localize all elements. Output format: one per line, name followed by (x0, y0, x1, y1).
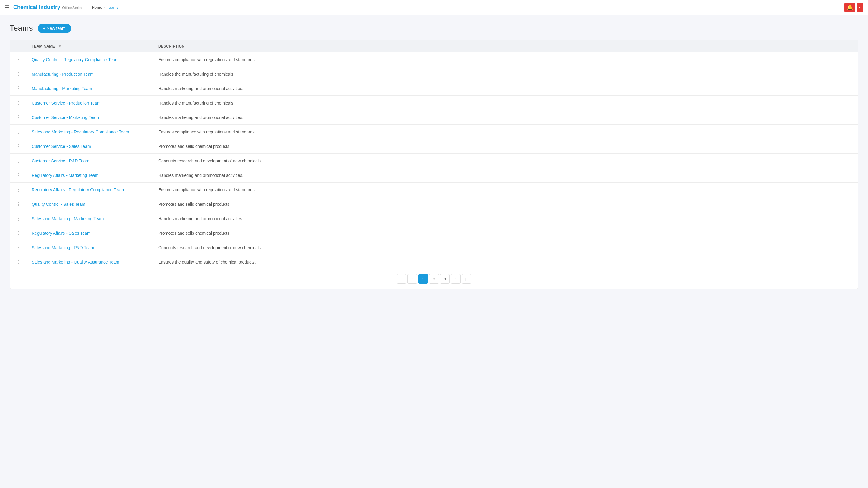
row-menu-dots[interactable]: ⋮ (16, 129, 21, 134)
breadcrumb-home[interactable]: Home (92, 5, 102, 10)
table-row: ⋮Regulatory Affairs - Sales TeamPromotes… (10, 226, 858, 240)
row-desc-cell: Conducts research and development of new… (153, 154, 858, 168)
row-name-cell: Customer Service - Sales Team (27, 139, 153, 154)
row-menu-dots[interactable]: ⋮ (16, 201, 21, 207)
team-name-link[interactable]: Sales and Marketing - Quality Assurance … (32, 260, 119, 264)
table-row: ⋮Customer Service - Marketing TeamHandle… (10, 110, 858, 125)
row-menu-cell: ⋮ (10, 139, 27, 154)
row-menu-dots[interactable]: ⋮ (16, 71, 21, 76)
pagination-page-3-button[interactable]: 3 (440, 274, 450, 284)
row-menu-dots[interactable]: ⋮ (16, 187, 21, 192)
table-row: ⋮Customer Service - Production TeamHandl… (10, 96, 858, 110)
team-name-link[interactable]: Customer Service - Marketing Team (32, 115, 99, 120)
row-menu-dots[interactable]: ⋮ (16, 100, 21, 105)
navbar: ☰ Chemical Industry OfficeSeries Home » … (0, 0, 868, 15)
row-menu-dots[interactable]: ⋮ (16, 230, 21, 235)
team-name-link[interactable]: Regulatory Affairs - Marketing Team (32, 173, 98, 178)
row-name-cell: Customer Service - Production Team (27, 96, 153, 110)
row-name-cell: Regulatory Affairs - Marketing Team (27, 168, 153, 183)
row-menu-dots[interactable]: ⋮ (16, 216, 21, 221)
team-description: Conducts research and development of new… (158, 158, 262, 163)
new-team-button[interactable]: + New team (38, 24, 71, 33)
row-name-cell: Sales and Marketing - Marketing Team (27, 212, 153, 226)
navbar-dropdown-button[interactable]: ▾ (857, 3, 863, 12)
row-menu-dots[interactable]: ⋮ (16, 158, 21, 163)
row-name-cell: Sales and Marketing - Quality Assurance … (27, 255, 153, 269)
filter-icon[interactable]: ▼ (58, 44, 62, 48)
team-name-link[interactable]: Customer Service - Sales Team (32, 144, 91, 149)
row-menu-dots[interactable]: ⋮ (16, 259, 21, 264)
row-desc-cell: Ensures compliance with regulations and … (153, 183, 858, 197)
pagination-prev-button[interactable]: ‹ (407, 274, 417, 284)
row-desc-cell: Handles marketing and promotional activi… (153, 82, 858, 96)
team-description: Handles marketing and promotional activi… (158, 173, 243, 178)
team-name-link[interactable]: Customer Service - R&D Team (32, 158, 89, 163)
hamburger-icon[interactable]: ☰ (5, 4, 10, 11)
pagination-last-button[interactable]: |⟩ (462, 274, 471, 284)
table-row: ⋮Sales and Marketing - Regulatory Compli… (10, 125, 858, 139)
row-name-cell: Customer Service - R&D Team (27, 154, 153, 168)
row-menu-cell: ⋮ (10, 168, 27, 183)
row-menu-cell: ⋮ (10, 96, 27, 110)
page-content: Teams + New team TEAM NAME ▼ DESCRIPTION… (0, 15, 868, 297)
row-menu-dots[interactable]: ⋮ (16, 86, 21, 91)
pagination-page-1-button[interactable]: 1 (418, 274, 428, 284)
team-description: Handles the manufacturing of chemicals. (158, 101, 235, 105)
table-row: ⋮Sales and Marketing - Marketing TeamHan… (10, 212, 858, 226)
pagination-page-2-button[interactable]: 2 (429, 274, 439, 284)
row-desc-cell: Ensures compliance with regulations and … (153, 53, 858, 67)
breadcrumb-current: Teams (107, 5, 119, 10)
row-desc-cell: Conducts research and development of new… (153, 240, 858, 255)
row-name-cell: Customer Service - Marketing Team (27, 110, 153, 125)
row-menu-cell: ⋮ (10, 154, 27, 168)
bell-icon: 🔔 (847, 4, 853, 10)
team-name-link[interactable]: Manufacturing - Marketing Team (32, 86, 92, 91)
table-header-row: TEAM NAME ▼ DESCRIPTION (10, 40, 858, 53)
brand-name: Chemical Industry (13, 4, 60, 10)
pagination: ⟨| ‹ 1 2 3 › |⟩ (10, 269, 858, 289)
table-row: ⋮Quality Control - Sales TeamPromotes an… (10, 197, 858, 212)
col-menu-header (10, 40, 27, 53)
row-menu-cell: ⋮ (10, 226, 27, 240)
team-name-link[interactable]: Sales and Marketing - Marketing Team (32, 216, 104, 221)
team-name-link[interactable]: Manufacturing - Production Team (32, 72, 94, 76)
table-row: ⋮Quality Control - Regulatory Compliance… (10, 53, 858, 67)
row-menu-cell: ⋮ (10, 240, 27, 255)
team-name-link[interactable]: Quality Control - Regulatory Compliance … (32, 57, 119, 62)
row-menu-dots[interactable]: ⋮ (16, 245, 21, 250)
team-description: Ensures compliance with regulations and … (158, 130, 256, 134)
row-desc-cell: Handles the manufacturing of chemicals. (153, 96, 858, 110)
team-name-link[interactable]: Quality Control - Sales Team (32, 202, 85, 207)
row-name-cell: Quality Control - Sales Team (27, 197, 153, 212)
team-name-link[interactable]: Sales and Marketing - Regulatory Complia… (32, 130, 129, 134)
row-menu-dots[interactable]: ⋮ (16, 173, 21, 178)
team-description: Handles marketing and promotional activi… (158, 115, 243, 120)
teams-table: TEAM NAME ▼ DESCRIPTION ⋮Quality Control… (10, 40, 858, 269)
row-name-cell: Regulatory Affairs - Regulatory Complian… (27, 183, 153, 197)
row-menu-cell: ⋮ (10, 53, 27, 67)
pagination-first-button[interactable]: ⟨| (397, 274, 406, 284)
team-description: Handles the manufacturing of chemicals. (158, 72, 235, 76)
row-menu-dots[interactable]: ⋮ (16, 115, 21, 120)
row-name-cell: Sales and Marketing - R&D Team (27, 240, 153, 255)
bell-button[interactable]: 🔔 (844, 3, 855, 12)
row-menu-dots[interactable]: ⋮ (16, 57, 21, 62)
team-name-link[interactable]: Regulatory Affairs - Regulatory Complian… (32, 187, 124, 192)
team-name-link[interactable]: Regulatory Affairs - Sales Team (32, 231, 91, 235)
page-header: Teams + New team (10, 24, 858, 33)
team-description: Ensures compliance with regulations and … (158, 187, 256, 192)
table-row: ⋮Manufacturing - Production TeamHandles … (10, 67, 858, 82)
row-menu-dots[interactable]: ⋮ (16, 144, 21, 149)
team-name-link[interactable]: Sales and Marketing - R&D Team (32, 245, 94, 250)
team-name-link[interactable]: Customer Service - Production Team (32, 101, 101, 105)
chevron-down-icon: ▾ (859, 5, 861, 9)
row-menu-cell: ⋮ (10, 110, 27, 125)
row-desc-cell: Ensures the quality and safety of chemic… (153, 255, 858, 269)
table-row: ⋮Customer Service - R&D TeamConducts res… (10, 154, 858, 168)
row-name-cell: Quality Control - Regulatory Compliance … (27, 53, 153, 67)
row-desc-cell: Handles marketing and promotional activi… (153, 110, 858, 125)
team-description: Handles marketing and promotional activi… (158, 86, 243, 91)
pagination-next-button[interactable]: › (451, 274, 461, 284)
teams-table-container: TEAM NAME ▼ DESCRIPTION ⋮Quality Control… (10, 40, 858, 289)
table-row: ⋮Regulatory Affairs - Marketing TeamHand… (10, 168, 858, 183)
